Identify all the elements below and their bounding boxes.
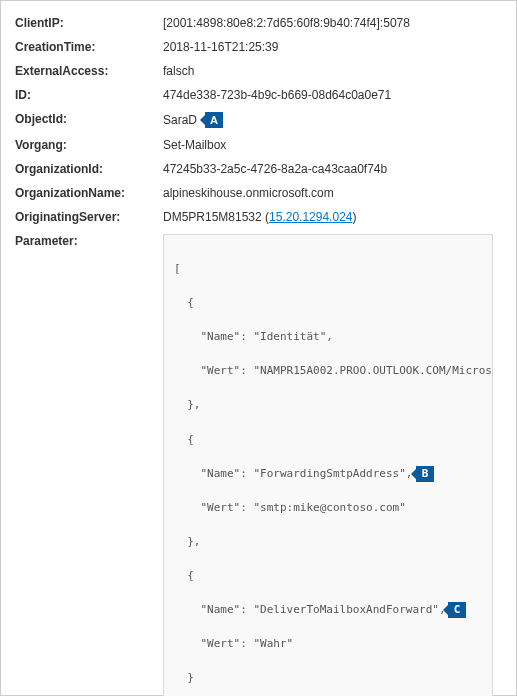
label-parameter: Parameter: xyxy=(15,234,163,248)
code-line: } xyxy=(174,669,482,686)
parameter-code-content: [ { "Name": "Identität", "Wert": "NAMPR1… xyxy=(164,235,492,696)
label-externalaccess: ExternalAccess: xyxy=(15,64,163,78)
label-creationtime: CreationTime: xyxy=(15,40,163,54)
objectid-text: SaraD xyxy=(163,113,197,127)
code-line: }, xyxy=(174,533,482,550)
value-organizationname: alpineskihouse.onmicrosoft.com xyxy=(163,186,500,200)
label-organizationname: OrganizationName: xyxy=(15,186,163,200)
label-objectid: ObjectId: xyxy=(15,112,163,126)
code-line: }, xyxy=(174,396,482,413)
value-originatingserver: DM5PR15M81532 (15.20.1294.024) xyxy=(163,210,500,224)
callout-badge-b: B xyxy=(416,466,434,482)
code-line: { xyxy=(174,431,482,448)
row-organizationname: OrganizationName: alpineskihouse.onmicro… xyxy=(15,181,500,205)
code-line: [ xyxy=(174,260,482,277)
row-originatingserver: OriginatingServer: DM5PR15M81532 (15.20.… xyxy=(15,205,500,229)
row-objectid: ObjectId: SaraD A xyxy=(15,107,500,133)
originatingserver-link[interactable]: 15.20.1294.024 xyxy=(269,210,352,224)
label-clientip: ClientIP: xyxy=(15,16,163,30)
code-line: "Name": "ForwardingSmtpAddress",B xyxy=(174,465,482,482)
label-originatingserver: OriginatingServer: xyxy=(15,210,163,224)
value-organizationid: 47245b33-2a5c-4726-8a2a-ca43caa0f74b xyxy=(163,162,500,176)
value-externalaccess: falsch xyxy=(163,64,500,78)
originatingserver-prefix: DM5PR15M81532 xyxy=(163,210,265,224)
row-id: ID: 474de338-723b-4b9c-b669-08d64c0a0e71 xyxy=(15,83,500,107)
row-organizationid: OrganizationId: 47245b33-2a5c-4726-8a2a-… xyxy=(15,157,500,181)
value-id: 474de338-723b-4b9c-b669-08d64c0a0e71 xyxy=(163,88,500,102)
callout-badge-c: C xyxy=(448,602,466,618)
row-creationtime: CreationTime: 2018-11-16T21:25:39 xyxy=(15,35,500,59)
row-clientip: ClientIP: [2001:4898:80e8:2:7d65:60f8:9b… xyxy=(15,11,500,35)
value-clientip: [2001:4898:80e8:2:7d65:60f8:9b40:74f4]:5… xyxy=(163,16,500,30)
code-line: "Wert": "Wahr" xyxy=(174,635,482,652)
code-line: "Wert": "smtp:mike@contoso.com" xyxy=(174,499,482,516)
parameter-codeblock: [ { "Name": "Identität", "Wert": "NAMPR1… xyxy=(163,234,493,696)
code-line: "Wert": "NAMPR15A002.PROO.OUTLOOK.COM/Mi… xyxy=(174,362,482,379)
detail-panel: ClientIP: [2001:4898:80e8:2:7d65:60f8:9b… xyxy=(0,0,517,696)
code-line: { xyxy=(174,567,482,584)
callout-badge-a: A xyxy=(205,112,223,128)
label-operation: Vorgang: xyxy=(15,138,163,152)
code-line: { xyxy=(174,294,482,311)
label-organizationid: OrganizationId: xyxy=(15,162,163,176)
value-operation: Set-Mailbox xyxy=(163,138,500,152)
label-id: ID: xyxy=(15,88,163,102)
row-operation: Vorgang: Set-Mailbox xyxy=(15,133,500,157)
row-externalaccess: ExternalAccess: falsch xyxy=(15,59,500,83)
value-creationtime: 2018-11-16T21:25:39 xyxy=(163,40,500,54)
code-line: "Name": "DeliverToMailboxAndForward",C xyxy=(174,601,482,618)
code-line: "Name": "Identität", xyxy=(174,328,482,345)
value-objectid: SaraD A xyxy=(163,112,500,128)
row-parameter: Parameter: [ { "Name": "Identität", "Wer… xyxy=(15,229,500,696)
